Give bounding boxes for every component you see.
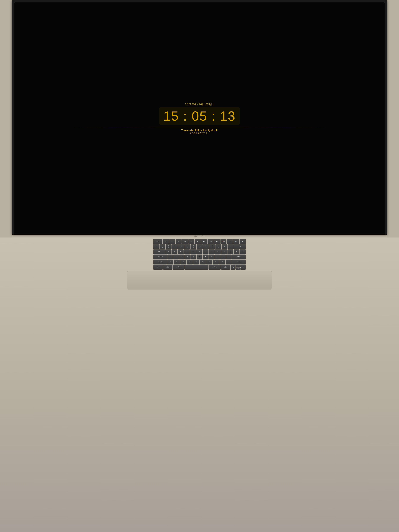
- key-8[interactable]: *8: [203, 244, 209, 249]
- touchpad[interactable]: [127, 271, 272, 290]
- key-d[interactable]: D: [179, 254, 185, 259]
- key-f3[interactable]: ⊞F3: [176, 239, 182, 244]
- macbook-label-bar: MacBook Pro: [12, 234, 387, 238]
- key-3[interactable]: #3: [172, 244, 178, 249]
- key-f8[interactable]: ⏯F8: [208, 239, 214, 244]
- key-tab[interactable]: tab: [153, 249, 165, 254]
- key-esc[interactable]: esc: [153, 239, 162, 244]
- key-s[interactable]: S: [173, 254, 179, 259]
- key-lbracket[interactable]: {[: [228, 249, 233, 254]
- key-f4[interactable]: ⊡F4: [182, 239, 188, 244]
- key-f10[interactable]: 🔇F10: [221, 239, 227, 244]
- key-rcommand[interactable]: ⌘command: [209, 265, 221, 270]
- key-2[interactable]: @2: [166, 244, 171, 249]
- key-rbracket[interactable]: }]: [234, 249, 240, 254]
- key-f7[interactable]: ⏮F7: [201, 239, 207, 244]
- key-6[interactable]: ^6: [190, 244, 196, 249]
- key-u[interactable]: U: [203, 249, 209, 254]
- quote-chinese: 追光者终将光芒万丈。: [190, 132, 209, 135]
- key-loption[interactable]: ⌥option: [163, 265, 172, 270]
- screen-content: 2022年6月26日 星期日 15 : 05 : 13 Those who fo…: [15, 100, 384, 137]
- key-m[interactable]: M: [206, 260, 212, 264]
- date-display: 2022年6月26日 星期日: [185, 102, 214, 106]
- key-f1[interactable]: ☀F1: [163, 239, 169, 244]
- key-quote[interactable]: "': [226, 254, 232, 259]
- key-l[interactable]: L: [214, 254, 220, 259]
- key-return[interactable]: return: [232, 254, 246, 259]
- key-f5[interactable]: F5: [188, 239, 195, 244]
- key-right[interactable]: ▶: [241, 265, 246, 270]
- key-f2[interactable]: ☀F2: [169, 239, 175, 244]
- key-b[interactable]: B: [193, 260, 199, 264]
- key-backslash[interactable]: |\: [240, 249, 246, 254]
- key-left[interactable]: ◀: [231, 265, 235, 270]
- key-i[interactable]: I: [209, 249, 215, 254]
- key-control[interactable]: control: [153, 265, 163, 270]
- key-lshift[interactable]: ⇧ shift: [153, 260, 167, 264]
- key-comma[interactable]: <,: [213, 260, 219, 264]
- screen: 2022年6月26日 星期日 15 : 05 : 13 Those who fo…: [15, 3, 384, 234]
- key-0[interactable]: )0: [215, 244, 221, 249]
- num-key-row: ~` !1 @2 #3 $4 %5 ^6 &7 *8 (9 )0 _- += ⌫: [153, 244, 246, 249]
- key-period[interactable]: >.: [219, 260, 225, 264]
- key-5[interactable]: %5: [184, 244, 190, 249]
- key-up[interactable]: ▲: [236, 265, 241, 267]
- key-9[interactable]: (9: [209, 244, 215, 249]
- key-a[interactable]: A: [167, 254, 173, 259]
- key-rshift[interactable]: ⇧ shift: [232, 260, 246, 264]
- divider-line: [72, 127, 326, 127]
- key-t[interactable]: T: [190, 249, 196, 254]
- key-v[interactable]: V: [187, 260, 193, 264]
- screen-lid: 2022年6月26日 星期日 15 : 05 : 13 Those who fo…: [12, 0, 387, 234]
- screen-bezel: 2022年6月26日 星期日 15 : 05 : 13 Those who fo…: [14, 2, 385, 234]
- key-roption[interactable]: ⌥option: [221, 265, 230, 270]
- macbook-brand-label: MacBook Pro: [194, 235, 204, 237]
- key-semicolon[interactable]: :;: [220, 254, 226, 259]
- key-e[interactable]: E: [178, 249, 184, 254]
- key-z[interactable]: Z: [167, 260, 173, 264]
- key-k[interactable]: K: [209, 254, 214, 259]
- key-q[interactable]: Q: [165, 249, 171, 254]
- key-y[interactable]: Y: [196, 249, 202, 254]
- touchpad-area: [27, 271, 372, 532]
- key-f12[interactable]: 🔊F12: [233, 239, 239, 244]
- key-power[interactable]: ⏏: [240, 239, 246, 244]
- fn-key-row: esc ☀F1 ☀F2 ⊞F3 ⊡F4 F5 F6 ⏮F7 ⏯F8 ⏭F9 🔇F…: [153, 239, 246, 244]
- key-c[interactable]: C: [180, 260, 186, 264]
- key-minus[interactable]: _-: [222, 244, 228, 249]
- time-clock: 15 : 05 : 13: [163, 108, 236, 124]
- key-caps[interactable]: caps lock: [153, 254, 167, 259]
- key-tilde[interactable]: ~`: [153, 244, 159, 249]
- key-7[interactable]: &7: [197, 244, 203, 249]
- time-display-box: 15 : 05 : 13: [159, 107, 240, 125]
- key-f9[interactable]: ⏭F9: [214, 239, 220, 244]
- key-f6[interactable]: F6: [195, 239, 201, 244]
- key-down[interactable]: ▼: [236, 267, 241, 270]
- key-space[interactable]: [185, 265, 209, 270]
- key-4[interactable]: $4: [178, 244, 184, 249]
- a-key-row: caps lock A S D F G H J K L :; "' return: [153, 254, 246, 259]
- keyboard: esc ☀F1 ☀F2 ⊞F3 ⊡F4 F5 F6 ⏮F7 ⏯F8 ⏭F9 🔇F…: [153, 239, 246, 270]
- key-w[interactable]: W: [171, 249, 177, 254]
- z-key-row: ⇧ shift Z X C V B N M <, >. ?/ ⇧ shift: [153, 260, 246, 264]
- key-j[interactable]: J: [203, 254, 208, 259]
- key-equals[interactable]: +=: [228, 244, 234, 249]
- key-r[interactable]: R: [184, 249, 190, 254]
- laptop: 2022年6月26日 星期日 15 : 05 : 13 Those who fo…: [0, 0, 399, 532]
- key-x[interactable]: X: [174, 260, 180, 264]
- key-lcommand[interactable]: ⌘command: [173, 265, 185, 270]
- key-g[interactable]: G: [191, 254, 196, 259]
- quote-english: Those who follow the light will: [181, 129, 218, 132]
- key-f[interactable]: F: [185, 254, 190, 259]
- key-p[interactable]: P: [221, 249, 227, 254]
- keyboard-area: esc ☀F1 ☀F2 ⊞F3 ⊡F4 F5 F6 ⏮F7 ⏯F8 ⏭F9 🔇F…: [0, 238, 399, 532]
- key-n[interactable]: N: [200, 260, 206, 264]
- key-slash[interactable]: ?/: [226, 260, 232, 264]
- key-o[interactable]: O: [215, 249, 221, 254]
- key-f11[interactable]: 🔉F11: [227, 239, 233, 244]
- bottom-key-row: control ⌥option ⌘command ⌘command ⌥optio…: [153, 265, 246, 270]
- key-h[interactable]: H: [197, 254, 202, 259]
- key-1[interactable]: !1: [159, 244, 165, 249]
- key-delete[interactable]: ⌫: [234, 244, 246, 249]
- q-key-row: tab Q W E R T Y U I O P {[ }] |\: [153, 249, 246, 254]
